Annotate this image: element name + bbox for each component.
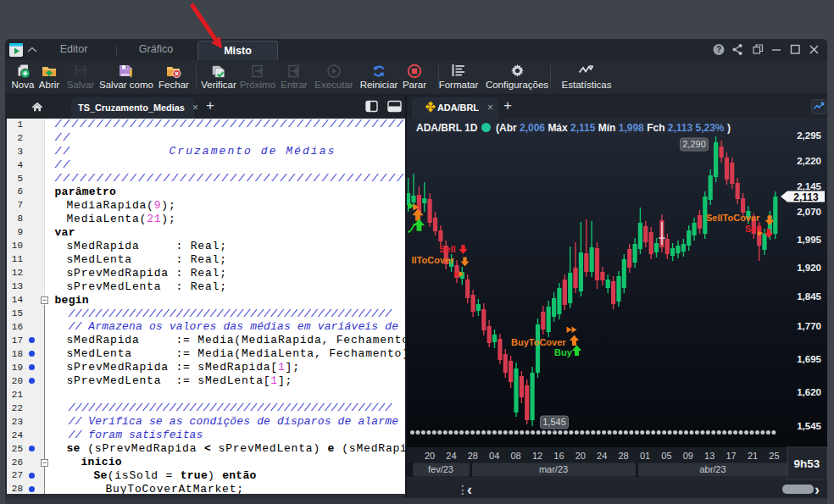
svg-text:1,545: 1,545 — [797, 421, 821, 431]
svg-text:25: 25 — [769, 451, 779, 461]
svg-text:ADA/BRL 1D: ADA/BRL 1D — [416, 122, 478, 134]
svg-text:24: 24 — [597, 451, 607, 461]
svg-text:16: 16 — [553, 451, 564, 461]
svg-text:1,620: 1,620 — [797, 387, 821, 397]
svg-text:17: 17 — [726, 451, 736, 461]
svg-text:2,113: 2,113 — [793, 191, 819, 203]
svg-text:08: 08 — [510, 451, 520, 461]
svg-text:2,290: 2,290 — [682, 139, 706, 149]
svg-text:28: 28 — [468, 451, 478, 461]
svg-text:Sell: Sell — [439, 244, 456, 254]
svg-text:2,220: 2,220 — [797, 156, 821, 166]
svg-text:fev/23: fev/23 — [428, 464, 453, 474]
svg-text:BuyToCover: BuyToCover — [511, 337, 566, 347]
svg-text:1,545: 1,545 — [542, 417, 566, 427]
svg-text:Sell: Sell — [745, 224, 762, 234]
svg-text:13: 13 — [704, 451, 714, 461]
svg-text:20: 20 — [575, 451, 586, 461]
svg-text:1,845: 1,845 — [797, 291, 821, 302]
svg-text:Buy: Buy — [554, 347, 573, 357]
svg-text:2,070: 2,070 — [797, 207, 821, 217]
svg-text:‹: ‹ — [467, 481, 472, 498]
svg-text:24: 24 — [446, 451, 456, 461]
svg-text:(Abr 2,006 Máx 2,115 Mín 1,998: (Abr 2,006 Máx 2,115 Mín 1,998 Fch 2,113… — [496, 122, 731, 134]
svg-text:09: 09 — [683, 451, 693, 461]
svg-text:SellToCover: SellToCover — [706, 213, 760, 223]
svg-text:2,295: 2,295 — [797, 130, 821, 141]
svg-text:05: 05 — [661, 451, 671, 461]
svg-text:2,145: 2,145 — [797, 181, 821, 191]
svg-text:llToCover: llToCover — [412, 255, 455, 265]
svg-text:28: 28 — [618, 451, 628, 461]
svg-text:1,920: 1,920 — [797, 263, 821, 273]
svg-text:1,695: 1,695 — [797, 354, 821, 364]
svg-text:9h53: 9h53 — [794, 457, 820, 470]
svg-text:01: 01 — [640, 451, 650, 461]
svg-text:›: › — [815, 481, 820, 498]
svg-text:21: 21 — [748, 451, 758, 461]
svg-text:abr/23: abr/23 — [699, 464, 726, 474]
svg-text:?: ? — [716, 45, 721, 54]
svg-text:1,770: 1,770 — [797, 321, 821, 331]
svg-text:mar/23: mar/23 — [539, 464, 568, 474]
svg-text:20: 20 — [425, 451, 435, 461]
svg-text:04: 04 — [489, 451, 499, 461]
svg-text:1,995: 1,995 — [797, 235, 821, 245]
svg-text:12: 12 — [532, 451, 542, 461]
